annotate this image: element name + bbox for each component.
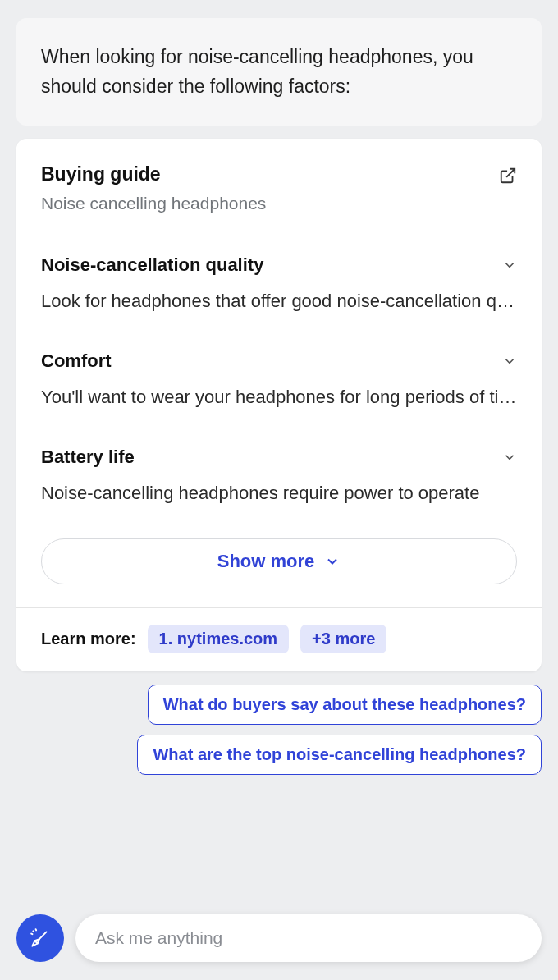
card-subtitle: Noise cancelling headphones xyxy=(41,194,499,213)
guide-section: Battery life Noise-cancelling headphones… xyxy=(16,428,542,524)
suggestion-pill[interactable]: What are the top noise-cancelling headph… xyxy=(137,735,542,775)
buying-guide-card: Buying guide Noise cancelling headphones… xyxy=(16,139,542,671)
chevron-down-icon xyxy=(502,450,517,465)
section-toggle[interactable]: Noise-cancellation quality xyxy=(41,254,517,276)
assistant-message: When looking for noise-cancelling headph… xyxy=(16,18,542,126)
section-toggle[interactable]: Comfort xyxy=(41,350,517,372)
guide-section: Noise-cancellation quality Look for head… xyxy=(16,236,542,332)
learn-more-label: Learn more: xyxy=(41,630,136,648)
composer-row xyxy=(0,914,558,975)
more-sources-chip[interactable]: +3 more xyxy=(300,625,386,653)
broom-icon xyxy=(30,927,51,949)
chevron-down-icon xyxy=(324,553,341,570)
card-header: Buying guide Noise cancelling headphones xyxy=(16,139,542,236)
show-more-label: Show more xyxy=(217,551,315,572)
guide-section: Comfort You'll want to wear your headpho… xyxy=(16,332,542,428)
external-link-icon[interactable] xyxy=(499,167,517,185)
message-text: When looking for noise-cancelling headph… xyxy=(41,46,473,97)
chevron-down-icon xyxy=(502,258,517,272)
section-title: Battery life xyxy=(41,446,135,468)
card-title: Buying guide xyxy=(41,163,499,185)
section-body: Look for headphones that offer good nois… xyxy=(41,291,517,312)
card-title-block: Buying guide Noise cancelling headphones xyxy=(41,163,499,236)
section-toggle[interactable]: Battery life xyxy=(41,446,517,468)
card-footer: Learn more: 1. nytimes.com +3 more xyxy=(16,607,542,671)
suggestion-pill[interactable]: What do buyers say about these headphone… xyxy=(148,685,542,725)
composer[interactable] xyxy=(75,914,542,962)
composer-input[interactable] xyxy=(95,928,522,948)
section-title: Noise-cancellation quality xyxy=(41,254,263,276)
section-title: Comfort xyxy=(41,350,112,372)
section-body: You'll want to wear your headphones for … xyxy=(41,387,517,408)
new-topic-button[interactable] xyxy=(16,914,64,962)
section-body: Noise-cancelling headphones require powe… xyxy=(41,483,517,504)
show-more-button[interactable]: Show more xyxy=(41,538,517,584)
suggestion-list: What do buyers say about these headphone… xyxy=(0,685,558,788)
chevron-down-icon xyxy=(502,354,517,369)
source-chip[interactable]: 1. nytimes.com xyxy=(148,625,290,653)
